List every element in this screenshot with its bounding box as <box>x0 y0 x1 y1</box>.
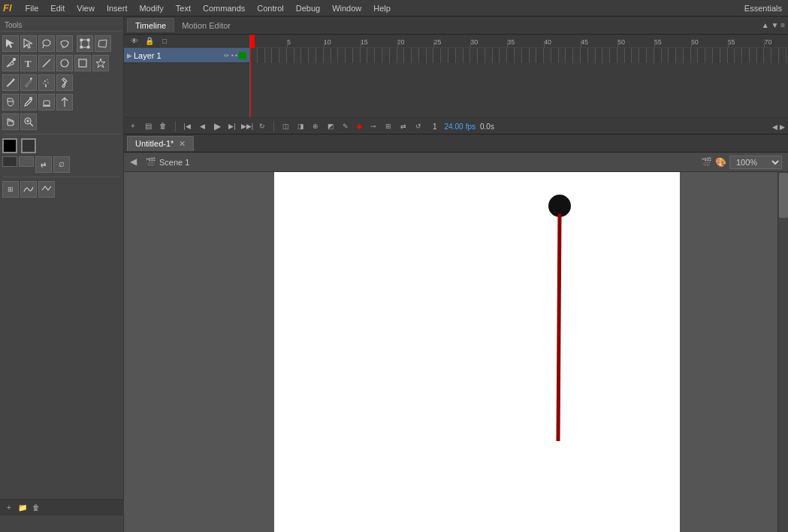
loop2-btn[interactable]: ↺ <box>412 119 425 133</box>
oval-tool[interactable] <box>56 55 73 71</box>
zoom-tool[interactable] <box>20 113 37 130</box>
zoom-select[interactable]: 100% <box>729 156 782 169</box>
frame-cell-70[interactable] <box>764 48 771 63</box>
frame-cell-35[interactable] <box>507 48 515 63</box>
onion-skin-outlines-btn[interactable]: ◩ <box>324 119 337 133</box>
menu-control[interactable]: Control <box>251 2 289 14</box>
polystar-tool[interactable] <box>92 55 109 71</box>
distort-tool[interactable] <box>95 35 111 52</box>
frame-cell-39[interactable] <box>536 48 544 63</box>
swap-colors[interactable]: ⇄ <box>35 156 52 173</box>
menu-window[interactable]: Window <box>326 2 367 14</box>
frame-cell-25[interactable] <box>433 48 441 63</box>
menu-insert[interactable]: Insert <box>101 2 134 14</box>
outline-icon[interactable]: □ <box>158 35 171 48</box>
snap-btn[interactable]: ⊸ <box>367 119 380 133</box>
frame-cell-0[interactable] <box>250 48 258 63</box>
frame-cell-46[interactable] <box>588 48 596 63</box>
next-frame-btn[interactable]: ▶| <box>225 119 239 133</box>
frame-cell-36[interactable] <box>515 48 522 63</box>
straighten-btn[interactable] <box>38 181 55 198</box>
frame-cell-58[interactable] <box>676 48 684 63</box>
frame-cell-20[interactable] <box>397 48 405 63</box>
modify-markers-btn[interactable]: ✎ <box>339 119 352 133</box>
frame-cell-28[interactable] <box>456 48 463 63</box>
menu-text[interactable]: Text <box>170 2 197 14</box>
go-first-btn[interactable]: |◀ <box>180 119 194 133</box>
frame-cell-33[interactable] <box>493 48 500 63</box>
menu-view[interactable]: View <box>71 2 101 14</box>
snap-align[interactable]: ⊞ <box>2 181 19 198</box>
frame-cell-50[interactable] <box>617 48 625 63</box>
delete-layer-btn[interactable]: 🗑 <box>30 502 42 514</box>
frame-cell-7[interactable] <box>301 48 309 63</box>
canvas-area[interactable] <box>124 172 788 532</box>
frame-cell-1[interactable] <box>258 48 265 63</box>
frame-cell-53[interactable] <box>639 48 647 63</box>
eraser-tool[interactable] <box>38 94 55 110</box>
doc-tab-close-btn[interactable]: ✕ <box>179 139 186 148</box>
frame-cell-13[interactable] <box>346 48 353 63</box>
frame-cell-22[interactable] <box>412 48 419 63</box>
menu-commands[interactable]: Commands <box>197 2 251 14</box>
center-frame-btn[interactable]: ⊕ <box>309 119 322 133</box>
prev-frame-btn[interactable]: ◀ <box>195 119 209 133</box>
ink-bottle-tool[interactable] <box>56 74 73 91</box>
frame-cell-26[interactable] <box>441 48 448 63</box>
layer-edit-icon[interactable]: ✏ <box>224 52 230 59</box>
frame-cell-61[interactable] <box>698 48 705 63</box>
frame-cell-69[interactable] <box>757 48 765 63</box>
edit-markers-btn[interactable]: ◨ <box>294 119 307 133</box>
frame-cell-3[interactable] <box>272 48 279 63</box>
hand-tool[interactable] <box>2 113 19 130</box>
frame-cell-30[interactable] <box>470 48 478 63</box>
frame-cell-67[interactable] <box>742 48 750 63</box>
pen-tool[interactable] <box>2 55 19 71</box>
paint-bucket-tool[interactable] <box>2 94 19 110</box>
frame-cell-41[interactable] <box>551 48 559 63</box>
frame-cell-18[interactable] <box>382 48 390 63</box>
playhead-top-indicator[interactable] <box>250 35 255 48</box>
frame-cell-60[interactable] <box>691 48 699 63</box>
frame-cell-9[interactable] <box>316 48 324 63</box>
add-folder-btn2[interactable]: ▤ <box>142 120 154 132</box>
menu-debug[interactable]: Debug <box>290 2 326 14</box>
frame-cell-52[interactable] <box>632 48 639 63</box>
menu-help[interactable]: Help <box>367 2 397 14</box>
width-tool[interactable] <box>56 94 73 110</box>
frame-cell-47[interactable] <box>596 48 603 63</box>
frame-cell-17[interactable] <box>375 48 382 63</box>
text-tool[interactable]: T <box>20 55 37 71</box>
timeline-collapse-btn[interactable]: ▲ ▼ ≡ <box>762 21 785 29</box>
delete-layer-btn2[interactable]: 🗑 <box>157 120 169 132</box>
subselect-tool[interactable] <box>20 35 37 52</box>
spray-brush-tool[interactable] <box>38 74 55 91</box>
go-last-btn[interactable]: ▶▶| <box>240 119 254 133</box>
frame-cell-34[interactable] <box>500 48 507 63</box>
add-layer-btn2[interactable]: + <box>127 120 139 132</box>
frame-cell-55[interactable] <box>654 48 662 63</box>
play-btn[interactable]: ▶ <box>210 119 224 133</box>
frame-cell-64[interactable] <box>720 48 728 63</box>
frame-cell-23[interactable] <box>419 48 427 63</box>
frame-cell-10[interactable] <box>324 48 331 63</box>
frame-cell-29[interactable] <box>463 48 471 63</box>
doc-tab-active[interactable]: Untitled-1* ✕ <box>127 136 194 151</box>
menu-file[interactable]: File <box>20 2 45 14</box>
loop-btn[interactable]: ↻ <box>255 119 269 133</box>
frame-cell-44[interactable] <box>573 48 581 63</box>
free-transform-tool[interactable] <box>77 35 93 52</box>
frame-cell-6[interactable] <box>294 48 302 63</box>
frame-cell-38[interactable] <box>530 48 537 63</box>
sync-btn[interactable]: ⇄ <box>397 119 410 133</box>
frame-cell-37[interactable] <box>522 48 530 63</box>
fill-color[interactable] <box>21 138 36 153</box>
back-scene-icon[interactable]: ◀ <box>130 156 142 168</box>
eye-icon[interactable]: 👁 <box>128 35 141 48</box>
frame-cell-15[interactable] <box>361 48 368 63</box>
frame-cell-63[interactable] <box>713 48 720 63</box>
frame-cell-21[interactable] <box>404 48 412 63</box>
frame-cell-51[interactable] <box>625 48 633 63</box>
frame-cell-31[interactable] <box>478 48 485 63</box>
timeline-scrollbar[interactable]: ◀ ▶ <box>772 122 785 131</box>
